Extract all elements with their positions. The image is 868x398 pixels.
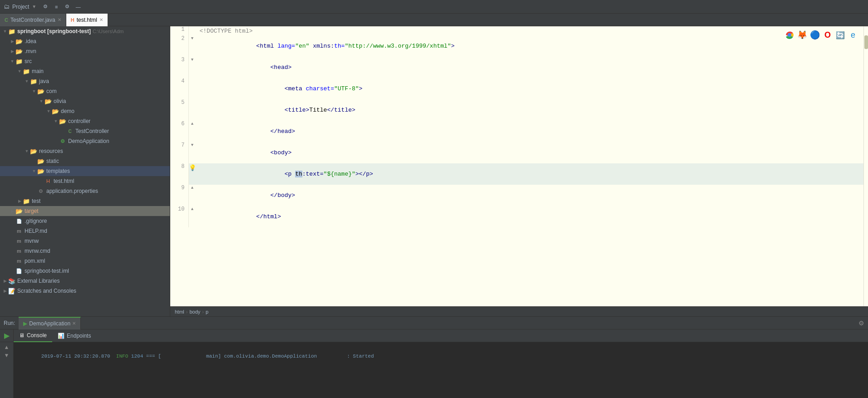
scroll-up-btn[interactable]: ▲: [4, 344, 10, 350]
sidebar-item-extlibs[interactable]: 📚 External Libraries: [0, 276, 170, 286]
ie-icon[interactable]: e: [848, 30, 858, 40]
line-content-8[interactable]: <p th:text="${name}"></p>: [196, 163, 863, 185]
sidebar-item-mvnw[interactable]: m mvnw: [0, 236, 170, 246]
safari-icon[interactable]: 🔵: [810, 30, 820, 40]
editor-scrollbar-thumb[interactable]: [864, 35, 868, 49]
config-icon[interactable]: ⚙: [64, 3, 71, 10]
panel-tab-console[interactable]: 🖥 Console: [14, 329, 52, 342]
sidebar-item-idea[interactable]: 📂 .idea: [0, 36, 170, 46]
fold-10[interactable]: ▲: [188, 206, 196, 227]
sidebar-item-helpmd[interactable]: m HELP.md: [0, 226, 170, 236]
folder-icon-resources: 📂: [30, 147, 37, 155]
fold-3[interactable]: ▼: [188, 57, 196, 78]
fold-5[interactable]: [188, 99, 196, 121]
sidebar-item-scratches[interactable]: 📝 Scratches and Consoles: [0, 286, 170, 296]
sidebar-item-mvn[interactable]: 📂 .mvn: [0, 46, 170, 56]
code-line-5: 5 <title>Title</title>: [170, 99, 863, 121]
fold-9[interactable]: ▲: [188, 185, 196, 206]
sidebar-item-demo[interactable]: 📂 demo: [0, 106, 170, 116]
line-content-3[interactable]: <head>: [196, 57, 863, 78]
tab-testcontroller[interactable]: C TestController.java ✕: [0, 14, 66, 26]
sidebar-item-testhtml[interactable]: H test.html: [0, 176, 170, 186]
arrow-resources: [24, 148, 30, 154]
sidebar-item-controller[interactable]: 📂 controller: [0, 116, 170, 126]
sidebar-item-demoapplication[interactable]: ⚙ DemoApplication: [0, 136, 170, 146]
breadcrumb-body[interactable]: body: [189, 309, 200, 314]
project-dropdown-icon[interactable]: ▼: [32, 4, 36, 9]
code-line-6: 6 ▲ </head>: [170, 121, 863, 142]
sidebar-item-target[interactable]: 📂 target: [0, 206, 170, 216]
line-content-9[interactable]: </body>: [196, 185, 863, 206]
title-bar: 🗂 Project ▼ ⚙ ≡ ⚙ —: [0, 0, 868, 14]
fold-7[interactable]: ▼: [188, 142, 196, 163]
run-gear-icon[interactable]: ⚙: [858, 319, 864, 327]
pom-icon: m: [15, 257, 23, 265]
run-play-btn[interactable]: ▶: [2, 331, 11, 340]
sidebar-item-resources[interactable]: 📂 resources: [0, 146, 170, 156]
code-line-4: 4 <meta charset="UTF-8">: [170, 78, 863, 99]
code-line-8[interactable]: 8 💡 <p th:text="${name}"></p>: [170, 163, 863, 185]
line-content-2[interactable]: <html lang="en" xmlns:th="http://www.w3.…: [196, 35, 863, 57]
sidebar-item-pomxml[interactable]: m pom.xml: [0, 256, 170, 266]
line-num-8: 8: [170, 163, 188, 185]
folder-icon-olivia: 📂: [44, 98, 52, 105]
label-testcontroller: TestController: [75, 128, 109, 134]
breadcrumb-p[interactable]: p: [206, 309, 208, 314]
sidebar-item-static[interactable]: 📂 static: [0, 156, 170, 166]
line-content-6[interactable]: </head>: [196, 121, 863, 142]
line-content-5[interactable]: <title>Title</title>: [196, 99, 863, 121]
line-content-7[interactable]: <body>: [196, 142, 863, 163]
sidebar: 📁 springboot [springboot-test] C:\Users\…: [0, 26, 170, 316]
editor-scrollbar[interactable]: [863, 26, 868, 306]
fold-2[interactable]: ▼: [188, 35, 196, 57]
fold-1[interactable]: [188, 26, 196, 35]
sidebar-item-main[interactable]: 📁 main: [0, 66, 170, 76]
sidebar-item-gitignore[interactable]: 📄 .gitignore: [0, 216, 170, 226]
tab-testhtml-close[interactable]: ✕: [99, 17, 103, 22]
breadcrumb-html[interactable]: html: [175, 309, 184, 314]
tab-testcontroller-close[interactable]: ✕: [58, 17, 61, 22]
label-controller: controller: [68, 118, 90, 124]
sidebar-item-appprops[interactable]: ⚙ application.properties: [0, 186, 170, 196]
console-output[interactable]: 2019-07-11 20:32:20.870 INFO 1204 === [ …: [14, 342, 868, 398]
sidebar-item-springboot[interactable]: 📁 springboot [springboot-test] C:\Users\…: [0, 26, 170, 36]
fold-6[interactable]: ▲: [188, 121, 196, 142]
sidebar-item-mvnwcmd[interactable]: m mvnw.cmd: [0, 246, 170, 256]
line-content-1[interactable]: <!DOCTYPE html>: [196, 26, 863, 35]
code-line-10: 10 ▲ </html>: [170, 206, 863, 227]
chrome-icon[interactable]: [784, 30, 794, 40]
sidebar-item-src[interactable]: 📁 src: [0, 56, 170, 66]
run-tab-demoapplication[interactable]: ▶ DemoApplication ✕: [19, 317, 81, 329]
browser-icons: 🦊 🔵 O 🔄 e: [784, 30, 858, 40]
folder-icon-target: 📂: [15, 207, 23, 215]
panel-tabs: ▶ 🖥 Console 📊 Endpoints: [0, 329, 868, 342]
line-content-4[interactable]: <meta charset="UTF-8">: [196, 78, 863, 99]
scroll-down-btn[interactable]: ▼: [4, 352, 10, 359]
sidebar-item-test[interactable]: 📁 test: [0, 196, 170, 206]
sidebar-item-olivia[interactable]: 📂 olivia: [0, 96, 170, 106]
sidebar-item-springbootiml[interactable]: 📄 springboot-test.iml: [0, 266, 170, 276]
java-ca-icon: ⚙: [59, 138, 66, 145]
sidebar-item-com[interactable]: 📂 com: [0, 86, 170, 96]
java-icon: C: [5, 17, 8, 23]
sidebar-item-templates[interactable]: 📂 templates: [0, 166, 170, 176]
line-content-10[interactable]: </html>: [196, 206, 863, 227]
bulb-icon[interactable]: 💡: [189, 165, 196, 172]
panel-tab-endpoints[interactable]: 📊 Endpoints: [52, 329, 96, 342]
project-label[interactable]: Project: [12, 4, 29, 10]
opera-icon[interactable]: O: [823, 30, 833, 40]
refresh-icon[interactable]: 🔄: [835, 30, 845, 40]
run-tab-close[interactable]: ✕: [72, 321, 76, 326]
folder-icon-src: 📁: [15, 58, 23, 65]
sidebar-item-testcontroller[interactable]: C TestController: [0, 126, 170, 136]
fold-4[interactable]: [188, 78, 196, 99]
settings-icon[interactable]: ≡: [53, 3, 60, 10]
console-label: Console: [27, 332, 47, 339]
minimize-icon[interactable]: —: [74, 3, 82, 10]
arrow-controller: [53, 118, 59, 124]
structure-icon[interactable]: ⚙: [42, 3, 49, 10]
firefox-icon[interactable]: 🦊: [797, 30, 807, 40]
tab-testhtml[interactable]: H test.html ✕: [66, 14, 108, 26]
editor-content[interactable]: 🦊 🔵 O 🔄 e 1 <!DOCTYPE html>: [170, 26, 863, 306]
sidebar-item-java[interactable]: 📁 java: [0, 76, 170, 86]
